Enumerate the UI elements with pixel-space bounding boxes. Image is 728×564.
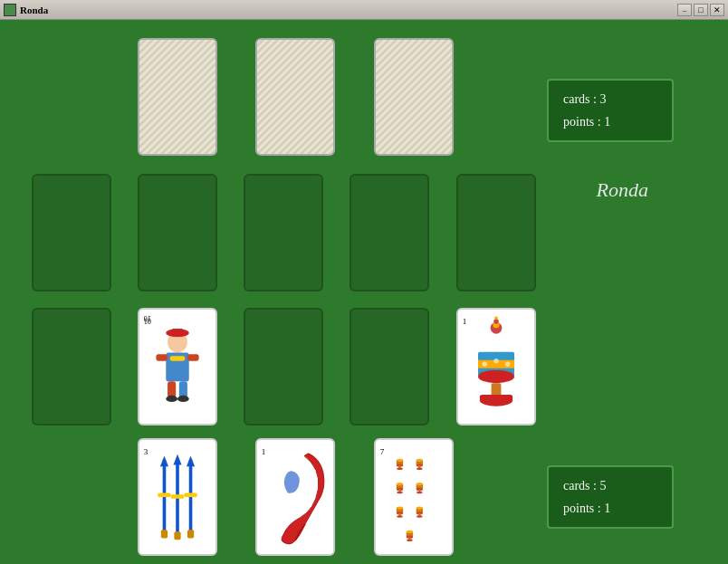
svg-rect-7 <box>156 354 168 360</box>
title-bar-left: Ronda <box>4 4 48 16</box>
svg-point-52 <box>417 468 423 470</box>
svg-rect-36 <box>174 531 180 540</box>
table-card-1-cups[interactable]: 1 <box>456 308 536 425</box>
close-button[interactable]: ✕ <box>710 4 724 16</box>
svg-point-12 <box>177 396 189 402</box>
svg-point-59 <box>417 483 423 485</box>
table-slot-1-1[interactable] <box>32 174 111 292</box>
table-slot-2-3[interactable] <box>244 308 323 425</box>
player-cards-row: cards : 5 <box>563 474 657 497</box>
svg-point-47 <box>397 468 403 470</box>
player-cards-label: cards <box>563 479 590 492</box>
minimize-button[interactable]: – <box>677 4 692 16</box>
opponent-cards-row: cards : 3 <box>563 88 657 110</box>
ronda-label: Ronda <box>597 178 648 202</box>
svg-rect-4 <box>173 329 183 335</box>
opponent-cards-label: cards <box>563 92 590 106</box>
svg-marker-30 <box>160 456 168 467</box>
opponent-points-value: 1 <box>604 115 610 129</box>
hand-card-7-cups[interactable]: 7 <box>374 438 454 556</box>
opponent-points-label: points <box>563 115 594 129</box>
player-points-row: points : 1 <box>563 497 657 520</box>
svg-marker-34 <box>173 454 181 465</box>
svg-rect-40 <box>187 530 194 538</box>
svg-point-72 <box>417 515 423 517</box>
svg-text:10: 10 <box>144 314 151 322</box>
window-title: Ronda <box>20 5 48 15</box>
table-slot-1-3[interactable] <box>244 174 323 292</box>
player-points-label: points <box>563 502 594 515</box>
table-slot-1-2[interactable] <box>138 174 217 292</box>
svg-text:7: 7 <box>380 447 385 456</box>
table-slot-2-4[interactable] <box>350 308 429 425</box>
svg-marker-38 <box>187 456 195 467</box>
hand-card-clubs[interactable]: 1 <box>255 438 335 556</box>
svg-point-20 <box>478 370 514 384</box>
title-bar: Ronda – □ ✕ <box>0 0 728 20</box>
hand-card-3-swords[interactable]: 3 <box>138 438 217 556</box>
svg-rect-6 <box>170 356 185 360</box>
svg-point-62 <box>417 492 423 493</box>
table-card-10-swords[interactable]: 10 10 <box>138 308 217 425</box>
svg-point-25 <box>483 362 487 367</box>
maximize-button[interactable]: □ <box>694 4 708 16</box>
svg-point-49 <box>417 459 423 462</box>
player-score-box: cards : 5 points : 1 <box>547 465 674 529</box>
svg-rect-31 <box>158 492 171 497</box>
svg-rect-32 <box>161 530 168 538</box>
opponent-card-2[interactable] <box>255 38 335 156</box>
svg-point-69 <box>417 506 423 509</box>
svg-point-44 <box>397 459 403 462</box>
opponent-card-3[interactable] <box>374 38 454 156</box>
opponent-score-box: cards : 3 points : 1 <box>547 79 674 142</box>
player-points-value: 1 <box>604 502 610 515</box>
svg-rect-24 <box>480 395 512 401</box>
table-slot-2-1[interactable] <box>32 308 111 425</box>
table-slot-1-5[interactable] <box>456 174 536 292</box>
svg-point-26 <box>493 358 498 363</box>
table-slot-1-4[interactable] <box>350 174 429 292</box>
svg-point-11 <box>166 396 177 402</box>
svg-point-17 <box>494 317 498 320</box>
svg-rect-8 <box>187 354 199 360</box>
player-cards-value: 5 <box>599 479 606 492</box>
opponent-cards-value: 3 <box>599 92 606 106</box>
svg-point-57 <box>397 492 403 493</box>
svg-point-54 <box>397 483 403 485</box>
svg-point-74 <box>407 531 413 533</box>
app-icon <box>4 4 16 16</box>
svg-point-77 <box>407 540 413 541</box>
opponent-points-row: points : 1 <box>563 110 657 133</box>
svg-point-64 <box>397 506 403 509</box>
opponent-card-1[interactable] <box>138 38 217 156</box>
svg-point-27 <box>505 362 510 367</box>
svg-point-67 <box>397 515 403 517</box>
svg-rect-35 <box>171 494 185 499</box>
svg-text:3: 3 <box>144 447 148 456</box>
svg-text:1: 1 <box>262 447 266 456</box>
svg-text:1: 1 <box>463 317 467 326</box>
window-controls[interactable]: – □ ✕ <box>677 4 724 16</box>
game-area: cards : 3 points : 1 Ronda 10 10 <box>0 20 728 564</box>
svg-rect-39 <box>184 492 197 497</box>
